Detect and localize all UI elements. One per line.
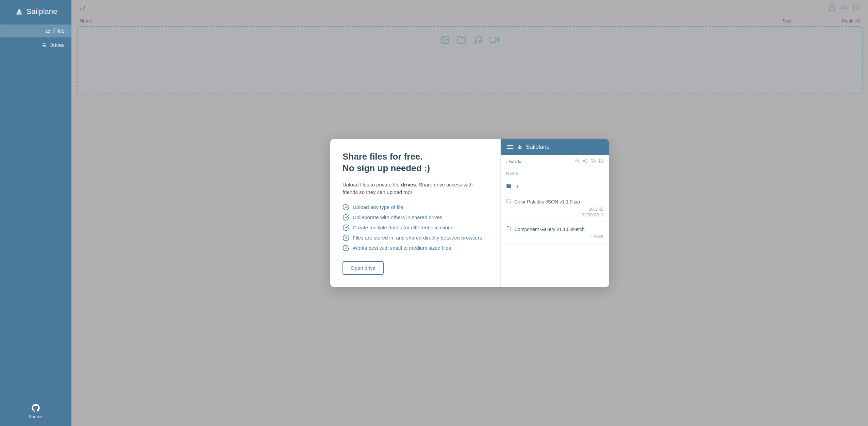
file-row-archive: Color Palettes JSON v1.1.0.zip [506,198,604,205]
check-icon-2 [343,214,349,221]
main-content: › / [71,0,868,426]
app-logo: Sailplane [14,7,57,16]
preview-lock-icon[interactable] [574,159,579,164]
source-label: Source [29,414,43,419]
sidebar-item-files[interactable]: 🗂 Files [0,24,71,37]
feature-item-4: Files are stored in, and shared directly… [343,234,488,241]
file-meta-sketch: 1.6 MB [506,234,604,239]
modal-left-panel: Share files for free. No sign up needed … [330,139,500,287]
modal-title: Share files for free. No sign up needed … [343,151,488,174]
source-link[interactable]: Source [29,403,43,419]
files-icon: 🗂 [46,28,50,34]
check-icon-5 [343,245,349,251]
preview-breadcrumb-path: › /work/ [506,159,521,164]
preview-upload-icon[interactable] [591,159,596,164]
preview-share-icon[interactable] [583,159,587,164]
check-icon-1 [343,204,349,211]
modal-right-panel: Sailplane › /work/ [500,139,609,287]
drives-icon: ☰ [42,43,47,48]
modal-subtitle: Upload files to private file drives. Sha… [343,181,488,196]
list-item[interactable]: Component Gallery v1.1.0.sketch 1.6 MB [501,222,609,244]
sidebar-item-drives-label: Drives [49,42,65,48]
archive-file-icon [506,198,512,205]
feature-item-5: Works best with small to medium sized fi… [343,245,488,251]
modal-preview-header: Sailplane [501,139,609,155]
list-item[interactable]: ../ [501,179,609,194]
svg-line-14 [584,161,586,162]
preview-header-actions [574,159,604,164]
svg-point-12 [583,160,585,162]
open-drive-button[interactable]: Open drive [343,261,384,275]
svg-line-15 [584,160,586,161]
preview-logo: Sailplane [516,144,550,150]
feature-list: Upload any type of file Collaborate with… [343,204,488,251]
welcome-modal: Share files for free. No sign up needed … [330,139,609,287]
check-icon-3 [343,224,349,231]
feature-item-1: Upload any type of file [343,204,488,211]
modal-overlay: Share files for free. No sign up needed … [71,0,868,426]
parent-folder-icon [506,183,512,190]
svg-point-11 [586,159,587,160]
sidebar: Sailplane 🗂 Files ☰ Drives Source [0,0,71,426]
feature-item-3: Create multiple drives for different occ… [343,224,488,231]
preview-folder-icon[interactable] [599,159,604,164]
preview-logo-icon [516,144,523,150]
svg-rect-10 [575,161,579,163]
preview-file-list: ../ Color Palettes JSON v1.1.0.zip [501,179,609,244]
logo-icon [14,7,24,16]
file-row-parent: ../ [506,183,604,190]
feature-item-2: Collaborate with others in shared drives [343,214,488,221]
file-meta-archive: 30.1 kB 02/08/2019 [506,207,604,217]
sidebar-item-drives[interactable]: ☰ Drives [0,39,71,52]
app-name: Sailplane [27,7,57,16]
preview-chevron: › [506,159,507,164]
check-icon-4 [343,234,349,241]
svg-point-13 [586,162,587,163]
hamburger-icon[interactable] [507,145,513,149]
github-icon [31,403,40,413]
sidebar-nav: 🗂 Files ☰ Drives [0,24,71,52]
list-item[interactable]: Color Palettes JSON v1.1.0.zip 30.1 kB 0… [501,194,609,222]
preview-col-header: Name [501,168,609,179]
document-file-icon [506,226,512,233]
file-row-sketch: Component Gallery v1.1.0.sketch [506,226,604,233]
preview-breadcrumb: › /work/ [501,155,609,168]
sidebar-item-files-label: Files [53,28,65,34]
